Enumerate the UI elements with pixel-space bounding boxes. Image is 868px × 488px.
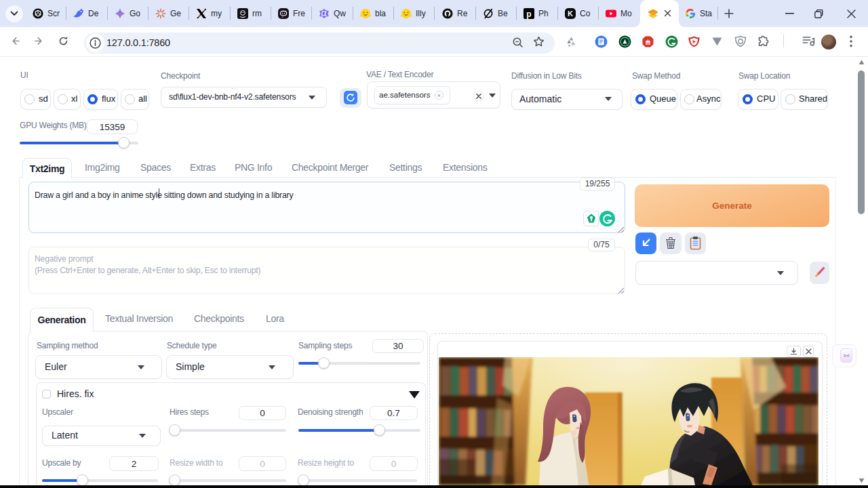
svg-text:p: p xyxy=(526,9,531,19)
svg-text:K: K xyxy=(568,9,573,18)
